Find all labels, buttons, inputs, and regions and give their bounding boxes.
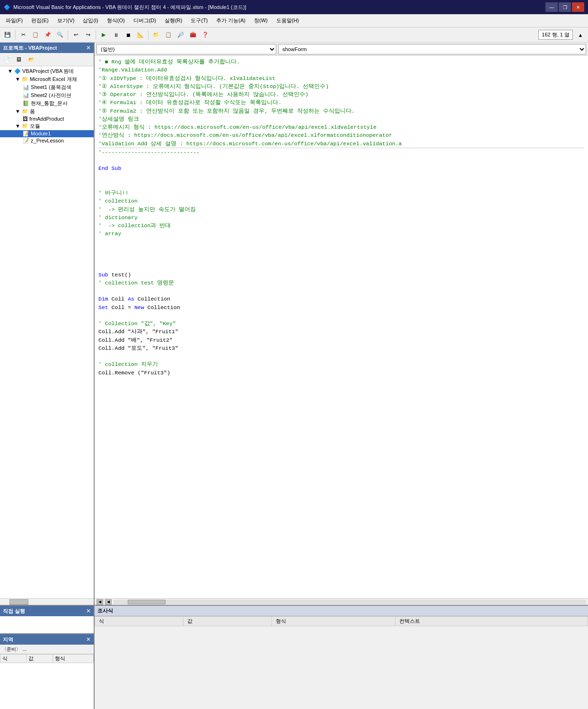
menu-addins[interactable]: 추가 기능(A) xyxy=(212,16,249,25)
code-line-set-coll: Set Coll = New Collection xyxy=(98,303,584,311)
project-title-text: 프로젝트 - VBAProject xyxy=(3,44,57,52)
tree-item-workbook[interactable]: 📗 현재_통합_문서 xyxy=(0,99,94,107)
menu-tools[interactable]: 도구(T) xyxy=(187,16,211,25)
toolbar-toolbox[interactable]: 🧰 xyxy=(187,29,199,41)
toolbar-sep3 xyxy=(96,30,96,40)
menu-window[interactable]: 창(W) xyxy=(250,16,272,25)
object-combo[interactable]: (일반) xyxy=(97,44,276,54)
code-line-add-pear: Coll.Add "배", "Fruit2" xyxy=(98,336,584,344)
toolbar-design[interactable]: 📐 xyxy=(135,29,146,41)
toolbar-project[interactable]: 📁 xyxy=(150,29,162,41)
tree-item-vbaproject[interactable]: ▼ 🔷 VBAProject (VBA 원데 xyxy=(0,67,94,75)
toolbar-paste[interactable]: 📌 xyxy=(42,29,53,41)
code-scroll-left[interactable]: ◀ xyxy=(97,599,103,605)
tree-item-modules[interactable]: ▼ 📁 모듈 xyxy=(0,122,94,130)
code-scroll-track[interactable] xyxy=(114,600,586,604)
menu-debug[interactable]: 디버그(D) xyxy=(130,16,160,25)
watch-col-expression: 식 xyxy=(95,617,184,626)
code-area[interactable]: ' ■ Rng 셀에 데이터유효성 목록상자를 추가합니다. 'Range.Va… xyxy=(95,56,588,598)
code-line-7: '⑤ Formula2 : 연산방식이 포함 또는 포함하지 않음일 경우, 두… xyxy=(98,107,584,115)
close-button[interactable]: ✕ xyxy=(572,2,584,12)
code-line-9: '오류메시지 형식 : https://docs.microsoft.com/e… xyxy=(98,123,584,131)
code-scrollbar-h[interactable]: ◀ ◀ xyxy=(95,598,588,605)
tree-label-module1: Module1 xyxy=(31,131,51,136)
menu-edit[interactable]: 편집(E) xyxy=(27,16,53,25)
immediate-window: 직접 실행 ✕ xyxy=(0,605,94,633)
locals-ellipsis: ... xyxy=(23,647,26,652)
minimize-button[interactable]: — xyxy=(545,2,558,12)
toolbar-break[interactable]: ⏸ xyxy=(110,29,122,41)
menu-format[interactable]: 형식(O) xyxy=(103,16,129,25)
toolbar-undo[interactable]: ↩ xyxy=(70,29,81,41)
watch-header: 조사식 xyxy=(95,606,588,616)
code-line-collection: ' collection xyxy=(98,197,584,205)
locals-window: 지역 ✕ 〈준비〉 ... 식 값 형식 xyxy=(0,633,94,709)
code-line-blank11 xyxy=(98,377,584,385)
code-line-dictionary: ' dictionary xyxy=(98,213,584,222)
locals-status: 〈준비〉 xyxy=(2,646,21,653)
code-line-blank7 xyxy=(98,262,584,270)
toolbar-save[interactable]: 💾 xyxy=(2,29,13,41)
toolbar-find[interactable]: 🔍 xyxy=(54,29,66,41)
toolbar-object[interactable]: 🔎 xyxy=(175,29,186,41)
toolbar: 💾 ✂ 📋 📌 🔍 ↩ ↪ ▶ ⏸ ⏹ 📐 📁 📋 🔎 🧰 ❓ 162 행, 1… xyxy=(0,27,588,43)
restore-button[interactable]: ❐ xyxy=(559,2,571,12)
code-line-add-grape: Coll.Add "포도", "Fruit3" xyxy=(98,344,584,352)
expand-icon: ▼ xyxy=(8,68,13,74)
tree-item-sheet2[interactable]: 📊 Sheet2 (사전미션 xyxy=(0,91,94,99)
code-line-col-test: ' collection test 명령문 xyxy=(98,279,584,287)
watch-col-context: 컨텍스트 xyxy=(395,617,588,626)
proj-view-object[interactable]: 🖼 xyxy=(13,54,25,65)
tree-item-sheet1[interactable]: 📊 Sheet1 (품목검색 xyxy=(0,83,94,91)
project-panel-title: 프로젝트 - VBAProject ✕ xyxy=(0,43,94,53)
code-line-blank3 xyxy=(98,181,584,189)
toolbar-properties[interactable]: 📋 xyxy=(163,29,174,41)
toolbar-copy[interactable]: 📋 xyxy=(30,29,41,41)
tree-item-excel-objects[interactable]: ▼ 📁 Microsoft Excel 개체 xyxy=(0,75,94,83)
immediate-title-text: 직접 실행 xyxy=(3,608,25,615)
toolbar-redo[interactable]: ↪ xyxy=(82,29,94,41)
procedure-combo[interactable]: showForm xyxy=(278,44,586,54)
code-line-blank4 xyxy=(98,238,584,246)
code-line-blank5 xyxy=(98,246,584,254)
code-line-2: 'Range.Validation.Add xyxy=(98,66,584,74)
proj-toggle-folders[interactable]: 📂 xyxy=(26,54,37,65)
menu-help[interactable]: 도움말(H) xyxy=(272,16,303,25)
immediate-title: 직접 실행 ✕ xyxy=(0,606,94,616)
project-icon: 🔷 xyxy=(14,68,21,74)
tree-item-module1[interactable]: 📝 Module1 xyxy=(0,130,94,137)
locals-title-text: 지역 xyxy=(3,636,13,643)
expand-icon-forms: ▼ xyxy=(15,108,20,114)
menu-run[interactable]: 실행(R) xyxy=(161,16,186,25)
locals-close-button[interactable]: ✕ xyxy=(86,636,91,643)
code-scroll-right2[interactable]: ◀ xyxy=(105,599,112,605)
menu-file[interactable]: 파일(F) xyxy=(2,16,26,25)
menu-insert[interactable]: 삽입(I) xyxy=(79,16,102,25)
code-line-blank1 xyxy=(98,156,584,164)
tree-item-frmaddproduct[interactable]: 🖼 frmAddProduct xyxy=(0,115,94,122)
code-line-3: '① xIDVType : 데이터유효성검사 형식입니다. xlValidate… xyxy=(98,74,584,82)
code-line-blank2 xyxy=(98,173,584,181)
toolbar-scroll-up[interactable]: ▲ xyxy=(575,29,586,41)
code-line-blank9 xyxy=(98,311,584,319)
immediate-content[interactable] xyxy=(0,616,94,633)
left-panel: 프로젝트 - VBAProject ✕ 📄 🖼 📂 ▼ 🔷 VBAProject… xyxy=(0,43,95,709)
tree-label-zprevlesson: z_PrevLesson xyxy=(31,138,64,143)
tree-item-zprevlesson[interactable]: 📝 z_PrevLesson xyxy=(0,137,94,144)
toolbar-run[interactable]: ▶ xyxy=(98,29,109,41)
immediate-close-button[interactable]: ✕ xyxy=(86,608,91,614)
toolbar-sep1 xyxy=(15,30,16,40)
toolbar-help[interactable]: ❓ xyxy=(200,29,211,41)
project-close-button[interactable]: ✕ xyxy=(86,44,91,51)
form-icon: 🖼 xyxy=(23,116,28,122)
tree-item-forms[interactable]: ▼ 📁 폼 xyxy=(0,107,94,115)
title-bar: 🔷 Microsoft Visual Basic for Application… xyxy=(0,0,588,14)
proj-view-code[interactable]: 📄 xyxy=(1,54,12,65)
code-line-blank6 xyxy=(98,254,584,262)
toolbar-cut[interactable]: ✂ xyxy=(18,29,29,41)
project-scrollbar-h[interactable] xyxy=(0,598,94,605)
watch-col-type: 형식 xyxy=(272,617,395,626)
watch-table: 식 값 형식 컨텍스트 xyxy=(95,616,588,626)
toolbar-reset[interactable]: ⏹ xyxy=(123,29,134,41)
menu-view[interactable]: 보기(V) xyxy=(53,16,79,25)
